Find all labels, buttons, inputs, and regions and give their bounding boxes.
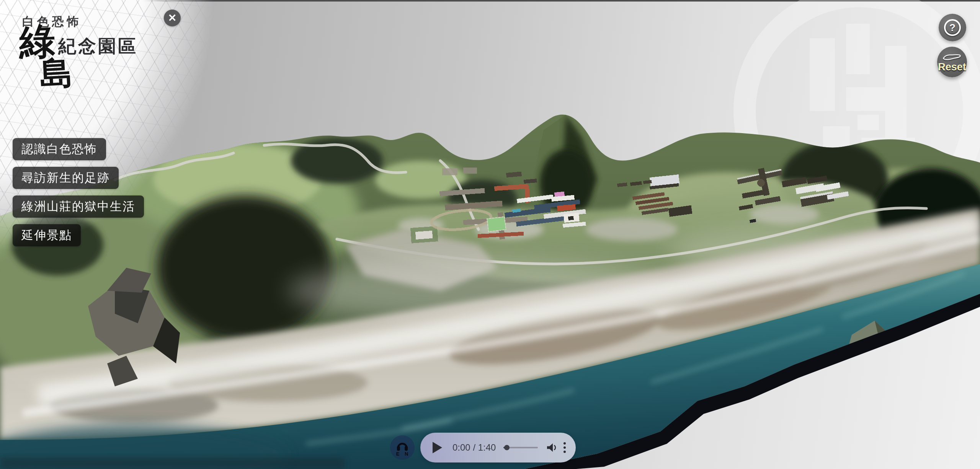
menu-item-extended-sights[interactable]: 延伸景點	[13, 224, 81, 246]
menu-item-label: 綠洲山莊的獄中生活	[21, 199, 135, 215]
play-button[interactable]	[433, 442, 442, 453]
close-button[interactable]: ✕	[164, 10, 181, 26]
audio-time: 0:00 / 1:40	[452, 442, 496, 453]
menu-item-white-terror[interactable]: 認識白色恐怖	[13, 138, 106, 160]
speaker-icon	[546, 443, 557, 452]
progress-thumb[interactable]	[504, 445, 510, 450]
vertical-dots-icon	[564, 442, 566, 445]
headphones-icon	[395, 440, 409, 451]
audio-language-button[interactable]: E N	[390, 435, 415, 460]
audio-player: 0:00 / 1:40	[420, 433, 576, 462]
menu-item-label: 認識白色恐怖	[21, 141, 97, 157]
logo-subtitle: 紀念園區	[58, 34, 138, 59]
reset-button[interactable]: Reset	[937, 47, 967, 77]
main-menu: 認識白色恐怖 尋訪新生的足跡 綠洲山莊的獄中生活 延伸景點	[13, 138, 144, 246]
overflow-menu-button[interactable]	[564, 442, 566, 453]
menu-item-label: 尋訪新生的足跡	[21, 170, 110, 186]
island-outline-icon	[941, 51, 963, 62]
question-mark-icon: ?	[944, 19, 961, 36]
help-button[interactable]: ?	[939, 14, 966, 41]
volume-button[interactable]	[546, 443, 557, 452]
menu-item-oasis-villa-prison-life[interactable]: 綠洲山莊的獄中生活	[13, 195, 144, 218]
reset-label: Reset	[938, 62, 966, 72]
language-label: E N	[396, 451, 410, 457]
menu-item-label: 延伸景點	[21, 227, 72, 243]
audio-progress-slider[interactable]	[503, 447, 538, 448]
close-icon: ✕	[168, 13, 177, 23]
menu-item-new-life-footprints[interactable]: 尋訪新生的足跡	[13, 167, 119, 189]
app-window: 白色恐怖 綠 島 紀念園區 ✕ ? Reset 認識白色恐怖 尋訪新生的足跡 綠…	[0, 0, 980, 469]
logo-calligraphy-island: 島	[39, 56, 74, 90]
